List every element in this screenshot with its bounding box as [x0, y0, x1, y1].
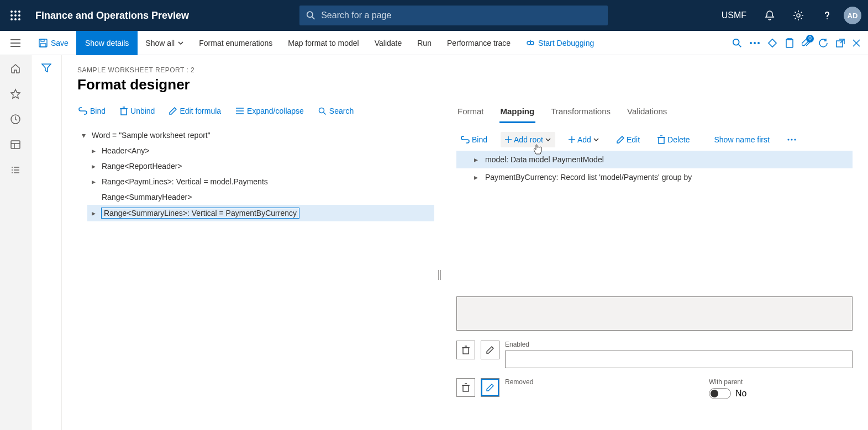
add-button[interactable]: Add: [564, 132, 603, 147]
filter-rail: [31, 55, 62, 430]
workspaces-nav[interactable]: [10, 139, 21, 150]
caret-right-icon[interactable]: ▸: [90, 209, 97, 217]
add-root-button[interactable]: Add root: [501, 132, 555, 147]
caret-right-icon[interactable]: ▸: [90, 177, 97, 186]
svg-point-0: [10, 10, 13, 13]
tree-node-selected[interactable]: ▸ Range<SummaryLines>: Vertical = Paymen…: [87, 205, 434, 221]
modules-nav[interactable]: [10, 164, 21, 176]
tree-node[interactable]: ▸ Range<PaymLines>: Vertical = model.Pay…: [87, 174, 434, 189]
svg-point-25: [754, 42, 756, 44]
tree-node[interactable]: ▸ Range<ReportHeader>: [87, 158, 434, 174]
caret-right-icon[interactable]: ▸: [472, 155, 480, 164]
run-button[interactable]: Run: [409, 31, 439, 55]
enabled-input[interactable]: [505, 351, 853, 368]
properties-panel: Enabled Removed: [456, 296, 853, 399]
format-enumerations-button[interactable]: Format enumerations: [191, 31, 280, 55]
user-avatar[interactable]: AD: [844, 7, 861, 24]
removed-delete-button[interactable]: [456, 378, 475, 397]
attachments-button[interactable]: 0: [802, 38, 811, 48]
list-icon: [10, 164, 21, 176]
enabled-edit-button[interactable]: [481, 341, 499, 359]
action-bar-right: 0: [732, 38, 868, 48]
filter-button[interactable]: [41, 63, 51, 73]
tree-search-button[interactable]: Search: [317, 104, 355, 118]
clock-icon: [10, 114, 21, 125]
enabled-row: Enabled: [456, 341, 853, 368]
description-box[interactable]: [456, 296, 853, 331]
question-icon: [822, 10, 833, 21]
top-right-group: USMF AD: [715, 6, 861, 25]
enabled-delete-button[interactable]: [456, 341, 475, 359]
delete-button[interactable]: Delete: [653, 132, 694, 147]
tree-node[interactable]: Range<SummaryHeader>: [87, 189, 434, 205]
app-launcher-button[interactable]: [0, 10, 31, 20]
datasource-row[interactable]: ▸ model: Data model PaymentModel: [456, 151, 853, 168]
removed-row: Removed With parent No: [456, 378, 853, 399]
tree-node[interactable]: ▸ Header<Any>: [87, 143, 434, 158]
map-format-button[interactable]: Map format to model: [280, 31, 366, 55]
tab-validations[interactable]: Validations: [626, 104, 668, 123]
pencil-icon: [617, 136, 624, 144]
expand-collapse-button[interactable]: Expand/collapse: [234, 104, 305, 118]
datasource-row[interactable]: ▸ PaymentByCurrency: Record list 'model/…: [456, 168, 853, 186]
caret-right-icon[interactable]: ▸: [472, 173, 480, 182]
search-input[interactable]: [321, 10, 601, 20]
svg-rect-17: [41, 39, 44, 41]
body: SAMPLE WORKSHEET REPORT : 2 Format desig…: [0, 55, 868, 430]
tree-root[interactable]: ▾ Word = "Sample worksheet report": [77, 128, 434, 143]
home-icon: [10, 63, 21, 74]
tab-format[interactable]: Format: [456, 104, 485, 123]
search-command-button[interactable]: [732, 38, 742, 48]
caret-right-icon[interactable]: ▸: [90, 162, 97, 171]
start-debugging-button[interactable]: Start Debugging: [518, 31, 602, 55]
recent-nav[interactable]: [10, 114, 21, 125]
tab-transformations[interactable]: Transformations: [550, 104, 612, 123]
bind-button[interactable]: Bind: [77, 104, 107, 118]
unbind-button[interactable]: Unbind: [119, 104, 156, 118]
show-all-button[interactable]: Show all: [138, 31, 191, 55]
favorites-nav[interactable]: [10, 88, 21, 99]
show-details-button[interactable]: Show details: [76, 31, 138, 55]
refresh-icon: [818, 38, 828, 48]
mapping-more-button[interactable]: [783, 135, 801, 144]
performance-trace-button[interactable]: Performance trace: [439, 31, 518, 55]
action-paste-button[interactable]: [785, 38, 794, 48]
more-commands-button[interactable]: [750, 42, 760, 44]
filter-icon: [41, 63, 51, 73]
home-nav[interactable]: [10, 63, 21, 74]
edit-button[interactable]: Edit: [612, 132, 644, 147]
validate-button[interactable]: Validate: [367, 31, 410, 55]
pencil-icon: [486, 346, 494, 354]
notifications-button[interactable]: [757, 6, 782, 25]
caret-right-icon[interactable]: ▸: [90, 146, 97, 155]
mapping-bind-button[interactable]: Bind: [456, 132, 492, 147]
with-parent-toggle[interactable]: [709, 388, 731, 399]
action-diamond-button[interactable]: [767, 38, 777, 48]
show-name-first-button[interactable]: Show name first: [709, 132, 774, 147]
popout-button[interactable]: [836, 39, 845, 47]
waffle-icon: [10, 10, 20, 20]
page-title: Format designer: [77, 76, 853, 93]
svg-point-9: [307, 12, 313, 17]
help-button[interactable]: [815, 6, 839, 25]
star-icon: [10, 88, 21, 99]
close-button[interactable]: [853, 39, 860, 47]
save-button[interactable]: Save: [31, 31, 76, 55]
svg-point-20: [530, 41, 534, 45]
link-icon: [461, 136, 470, 144]
refresh-button[interactable]: [818, 38, 828, 48]
settings-button[interactable]: [786, 6, 811, 25]
edit-formula-button[interactable]: Edit formula: [168, 104, 222, 118]
top-bar: Finance and Operations Preview USMF AD: [0, 0, 868, 31]
company-picker[interactable]: USMF: [715, 6, 753, 25]
search-bar[interactable]: [299, 6, 608, 25]
tab-mapping[interactable]: Mapping: [499, 104, 536, 123]
splitter-handle[interactable]: ‖: [437, 268, 442, 280]
svg-point-6: [10, 18, 13, 20]
svg-point-19: [527, 41, 530, 45]
app-title: Finance and Operations Preview: [35, 10, 189, 22]
caret-down-icon[interactable]: ▾: [80, 131, 87, 140]
main-content: SAMPLE WORKSHEET REPORT : 2 Format desig…: [62, 55, 868, 430]
hamburger-button[interactable]: [0, 39, 31, 47]
removed-edit-button[interactable]: [481, 378, 499, 397]
